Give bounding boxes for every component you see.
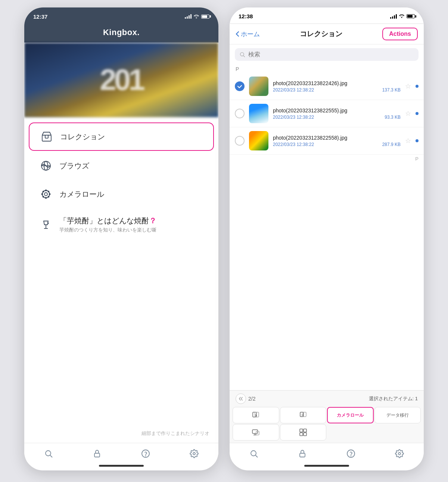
file-date-1: 2022/03/23 12:38:22 [273, 87, 314, 93]
left-phone: 12:37 Kingbox. [24, 7, 218, 470]
right-status-icons [390, 13, 415, 19]
menu-item-shochu[interactable]: 「芋焼酎」とはどんな焼酎？ 芋焼酎のつくり方を知り、味わいを楽しむ噺 [29, 209, 214, 240]
svg-rect-33 [300, 429, 303, 432]
toolbar-page: 2/2 [236, 394, 255, 404]
file-item-3[interactable]: photo(20220323123822558).jpg 2022/03/23 … [230, 127, 424, 155]
selected-label: 選択されたアイテム: 1 [369, 395, 418, 402]
svg-point-14 [48, 196, 49, 197]
data-transfer-btn-label: データ移行 [386, 412, 409, 419]
menu-list: コレクション ブラウズ [24, 117, 218, 428]
box-icon [40, 130, 53, 143]
file-dot-2 [416, 112, 419, 115]
toolbar-action-grid[interactable] [280, 424, 327, 441]
toolbar-action-screen[interactable] [233, 424, 279, 441]
back-button[interactable]: ホーム [236, 30, 260, 38]
toolbar-action-camera-roll[interactable]: カメラロール [327, 407, 374, 423]
left-nav-lock[interactable] [85, 448, 109, 460]
file-item-1[interactable]: photo(20220323123822426).jpg 2022/03/23 … [230, 73, 424, 100]
svg-point-11 [42, 194, 43, 195]
svg-point-37 [251, 451, 256, 456]
file-item-2[interactable]: photo(20220323123822555).jpg 2022/03/23 … [230, 100, 424, 127]
svg-point-16 [48, 191, 49, 192]
browse-label: ブラウズ [59, 161, 89, 171]
menu-item-camera-roll[interactable]: カメラロール [29, 181, 214, 208]
left-nav-search[interactable] [37, 448, 60, 460]
right-signal-icon [390, 14, 397, 19]
left-bottom-nav [24, 443, 218, 463]
svg-point-12 [49, 194, 50, 195]
file-star-3[interactable]: ☆ [405, 137, 411, 145]
file-thumb-3 [249, 131, 268, 150]
scenario-text: 細部まで作りこまれたシナリオ [24, 428, 218, 443]
toolbar-actions-grid: カメラロール データ移行 [230, 405, 424, 443]
browse-icon [39, 159, 53, 172]
svg-line-26 [243, 56, 245, 57]
file-checkbox-2[interactable] [235, 109, 245, 118]
right-nav-settings[interactable] [388, 448, 411, 460]
file-star-1[interactable]: ☆ [405, 82, 411, 90]
battery-icon [201, 15, 209, 19]
svg-point-42 [398, 453, 401, 455]
right-home-indicator [304, 465, 349, 467]
svg-point-23 [146, 456, 146, 456]
search-icon [239, 52, 245, 57]
right-status-bar: 12:38 [230, 7, 424, 24]
file-name-2: photo(20220323123822555).jpg [273, 108, 401, 113]
back-label: ホーム [241, 30, 260, 38]
right-bottom-nav [230, 443, 424, 463]
file-star-2[interactable]: ☆ [405, 109, 411, 118]
page-info: 2/2 [248, 396, 255, 402]
bottom-toolbar: 2/2 選択されたアイテム: 1 [230, 390, 424, 443]
left-home-indicator [99, 465, 144, 467]
search-input[interactable] [248, 51, 414, 58]
file-meta-3: 2022/03/23 12:38:22 287.9 KB [273, 142, 401, 147]
right-nav-lock[interactable] [290, 448, 314, 460]
menu-item-browse[interactable]: ブラウズ [29, 152, 214, 179]
svg-rect-39 [300, 453, 305, 457]
section-p-header: P [230, 65, 424, 73]
file-info-3: photo(20220323123822558).jpg 2022/03/23 … [273, 135, 401, 147]
file-list: photo(20220323123822426).jpg 2022/03/23 … [230, 73, 424, 390]
file-checkbox-3[interactable] [235, 136, 245, 146]
file-dot-3 [416, 139, 419, 142]
svg-point-19 [46, 451, 51, 456]
collection-label: コレクション [60, 132, 105, 142]
file-size-2: 93.3 KB [385, 115, 401, 120]
shochu-title: 「芋焼酎」とはどんな焼酎？ [59, 216, 156, 226]
svg-point-10 [46, 198, 47, 199]
svg-line-38 [256, 455, 258, 458]
svg-point-13 [43, 191, 44, 192]
toolbar-action-data-transfer[interactable]: データ移行 [374, 407, 421, 423]
svg-rect-31 [252, 430, 258, 433]
signal-icon [185, 14, 192, 19]
file-meta-1: 2022/03/23 12:38:22 137.3 KB [273, 87, 401, 93]
file-thumb-1 [249, 77, 268, 96]
file-info-2: photo(20220323123822555).jpg 2022/03/23 … [273, 108, 401, 120]
shochu-label-wrap: 「芋焼酎」とはどんな焼酎？ 芋焼酎のつくり方を知り、味わいを楽しむ噺 [59, 216, 156, 233]
svg-rect-34 [304, 429, 307, 432]
file-date-3: 2022/03/23 12:38:22 [273, 142, 314, 147]
left-time: 12:37 [33, 13, 47, 20]
svg-point-15 [43, 196, 44, 197]
file-thumb-2 [249, 104, 268, 123]
svg-rect-21 [94, 453, 100, 457]
svg-rect-35 [300, 433, 303, 436]
file-meta-2: 2022/03/23 12:38:22 93.3 KB [273, 115, 401, 120]
file-name-1: photo(20220323123822426).jpg [273, 80, 401, 86]
left-nav-settings[interactable] [182, 448, 206, 460]
menu-item-collection[interactable]: コレクション [29, 122, 214, 151]
file-checkbox-1[interactable] [235, 81, 245, 91]
left-nav-help[interactable] [134, 448, 158, 460]
toolbar-action-file-copy[interactable] [280, 407, 327, 423]
right-header: ホーム コレクション Actions [230, 24, 424, 44]
left-status-icons [185, 14, 209, 19]
right-nav-help[interactable] [339, 448, 363, 460]
actions-button[interactable]: Actions [382, 28, 418, 40]
hero-image: 201 [24, 43, 218, 117]
right-nav-search[interactable] [242, 448, 266, 460]
svg-point-9 [46, 190, 47, 191]
shochu-subtitle: 芋焼酎のつくり方を知り、味わいを楽しむ噺 [59, 227, 156, 233]
toolbar-action-file-arrow[interactable] [233, 407, 279, 423]
prev-page-btn[interactable] [236, 394, 246, 404]
right-phone: 12:38 [230, 7, 424, 470]
